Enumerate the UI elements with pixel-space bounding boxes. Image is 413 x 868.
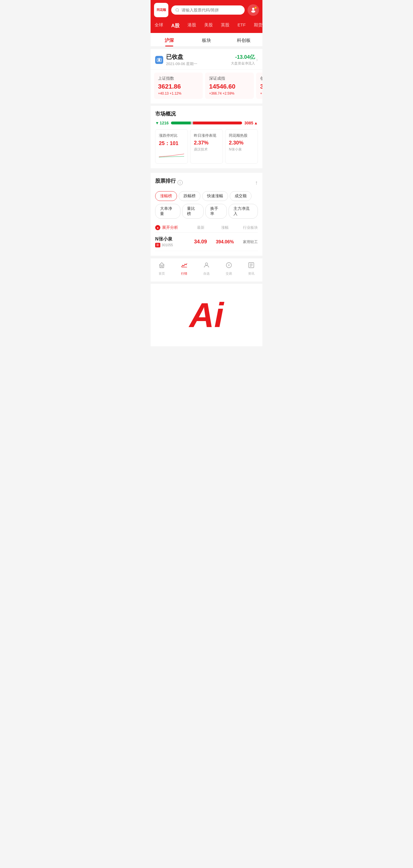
sub-nav: 沪深 板块 科创板 [151, 33, 262, 47]
ov-card-sub-1: 鼎汉技术 [194, 147, 219, 152]
ov-card-value-0: 25：101 [159, 140, 184, 147]
ov-card-title-2: 同花顺热股 [229, 133, 254, 138]
news-icon [248, 262, 255, 270]
bottom-nav-watchlist[interactable]: 自选 [195, 260, 218, 277]
overview-card-yesterday[interactable]: 昨日涨停表现 2.37% 鼎汉技术 [190, 129, 223, 164]
stock-ranking-section: 股票排行 i ↑ 涨幅榜 跌幅榜 快速涨幅 成交额 大单净量 量比榜 换手率 主… [151, 173, 262, 256]
stock-name-0: N张小泉 [155, 236, 189, 242]
market-status-icon [155, 56, 163, 64]
ranking-tab-bigorder[interactable]: 大单净量 [155, 204, 180, 219]
bottom-nav-market[interactable]: 行情 [173, 260, 195, 277]
ranking-tab-volumeratio[interactable]: 量比榜 [182, 204, 204, 219]
th-change: 涨幅 [212, 225, 238, 230]
nav-tab-ganggu[interactable]: 港股 [183, 21, 200, 30]
index-value-0: 3621.86 [158, 83, 199, 90]
stock-info-0: N张小泉 新 301055 [155, 236, 189, 247]
ranking-title-row: 股票排行 i [155, 178, 183, 188]
index-name-1: 深证成指 [209, 76, 250, 81]
nav-tab-quanqiu[interactable]: 全球 [151, 21, 167, 30]
rise-count: 3085 ▲ [244, 121, 258, 125]
nav-tab-yinggu[interactable]: 英股 [217, 21, 233, 30]
filter-icon[interactable]: ↑ [255, 180, 258, 186]
new-badge-0: 新 [155, 243, 160, 247]
stock-price-0: 34.09 [189, 239, 212, 245]
ranking-header: 股票排行 i ↑ [155, 178, 258, 188]
bottom-nav-trade[interactable]: ¥ 交易 [218, 260, 240, 277]
news-label: 资讯 [248, 272, 255, 276]
nav-tab-meigu[interactable]: 美股 [200, 21, 217, 30]
sub-tab-kechuang[interactable]: 科创板 [225, 34, 262, 46]
svg-point-11 [205, 263, 208, 265]
ranking-tab-fast[interactable]: 快速涨幅 [202, 191, 228, 201]
market-date: 2021-09-06 星期一 [166, 61, 197, 66]
bottom-nav: 首页 行情 自选 ¥ 交易 [151, 258, 262, 281]
ranking-tabs-row2: 大单净量 量比榜 换手率 主力净流入 [155, 204, 258, 219]
market-overview: 市场概况 ▼ 1216 3085 ▲ 涨跌停对比 25：101 [151, 106, 262, 168]
app-header: 同花顺 [151, 0, 262, 20]
bar-gray [191, 122, 193, 124]
table-header: ● 展开分析 最新 涨幅 行业板块 [155, 223, 258, 233]
index-value-1: 14546.60 [209, 83, 250, 90]
ranking-tab-turnover[interactable]: 换手率 [205, 204, 227, 219]
th-latest: 最新 [189, 225, 212, 230]
rise-fall-bar-visual [171, 122, 242, 124]
home-label: 首页 [158, 272, 165, 276]
search-bar[interactable] [171, 5, 245, 14]
index-name-2: 创业板 [260, 76, 262, 81]
market-status-section: 已收盘 2021-09-06 星期一 -13.04亿 大盘资金净流入 › [151, 49, 262, 69]
rise-fall-bar: ▼ 1216 3085 ▲ [155, 121, 258, 125]
market-overview-title: 市场概况 [155, 111, 258, 117]
market-status-left: 已收盘 2021-09-06 星期一 [155, 53, 197, 66]
market-label: 行情 [181, 272, 187, 276]
index-cards: 上证指数 3621.86 +40.13 +1.12% 深证成指 14546.60… [151, 70, 262, 103]
expand-icon: ● [155, 225, 160, 230]
sub-tab-hushen[interactable]: 沪深 [151, 34, 188, 46]
index-name-0: 上证指数 [158, 76, 199, 81]
sub-tab-bankuai[interactable]: 板块 [188, 34, 225, 46]
ranking-tab-fall[interactable]: 跌幅榜 [179, 191, 201, 201]
svg-point-2 [252, 8, 255, 10]
overview-card-hotstock[interactable]: 同花顺热股 2.30% N张小泉 [225, 129, 258, 164]
ranking-tab-mainflow[interactable]: 主力净流入 [229, 204, 258, 219]
ranking-tabs-row1: 涨幅榜 跌幅榜 快速涨幅 成交额 [155, 191, 258, 201]
ranking-tab-rise[interactable]: 涨幅榜 [155, 191, 177, 201]
ai-section: Ai [151, 284, 262, 346]
index-card-shenzhen[interactable]: 深证成指 14546.60 +366.74 +2.59% [205, 72, 254, 99]
avatar-button[interactable] [247, 4, 259, 16]
overview-card-limit[interactable]: 涨跌停对比 25：101 [155, 129, 188, 164]
bar-red [193, 122, 242, 124]
bottom-nav-news[interactable]: 资讯 [240, 260, 262, 277]
index-card-chuangye[interactable]: 创业板 3228.09 +125.95 +4.06% [256, 72, 262, 99]
ranking-tab-volume[interactable]: 成交额 [230, 191, 252, 201]
nav-tab-agu[interactable]: A股 [167, 21, 183, 30]
camera-icon [156, 57, 162, 62]
bottom-nav-home[interactable]: 首页 [151, 260, 173, 277]
ov-card-sub-2: N张小泉 [229, 147, 254, 152]
index-change-1: +366.74 +2.59% [209, 91, 250, 95]
ai-logo: Ai [189, 295, 224, 335]
index-card-shangzheng[interactable]: 上证指数 3621.86 +40.13 +1.12% [154, 72, 203, 99]
market-status-text: 已收盘 [166, 53, 197, 61]
net-flow-section[interactable]: -13.04亿 大盘资金净流入 › [231, 54, 258, 66]
index-change-0: +40.13 +1.12% [158, 91, 199, 95]
net-flow-label: 大盘资金净流入 [231, 61, 255, 66]
overview-cards: 涨跌停对比 25：101 昨日涨停表现 2.37% 鼎汉技术 同花顺热股 2.3… [155, 129, 258, 164]
divider-1 [151, 103, 262, 106]
svg-rect-10 [181, 267, 187, 268]
table-row[interactable]: N张小泉 新 301055 34.09 394.06% 家用轻工 [155, 233, 258, 251]
search-input[interactable] [181, 8, 241, 12]
info-icon[interactable]: i [178, 180, 183, 185]
th-expand-label: 展开分析 [162, 225, 182, 230]
ov-card-value-1: 2.37% [194, 140, 219, 146]
svg-point-3 [251, 10, 255, 12]
mini-chart-0 [159, 149, 184, 160]
fall-count: ▼ 1216 [155, 121, 169, 125]
nav-tab-qihuo[interactable]: 期货 [250, 21, 262, 30]
bar-green [171, 122, 191, 124]
trade-icon: ¥ [226, 262, 232, 270]
svg-point-0 [176, 9, 179, 11]
ov-card-title-1: 昨日涨停表现 [194, 133, 219, 138]
stock-sector-0: 家用轻工 [238, 239, 258, 245]
th-sector: 行业板块 [238, 225, 258, 230]
nav-tab-etf[interactable]: ETF [233, 21, 249, 30]
